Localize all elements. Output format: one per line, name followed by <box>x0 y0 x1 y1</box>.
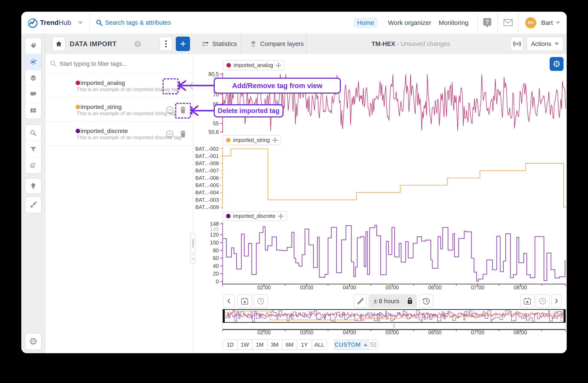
app-window: TrendHub Search tags & attributes Home W… <box>21 12 567 353</box>
annotation-connectors <box>21 12 567 353</box>
